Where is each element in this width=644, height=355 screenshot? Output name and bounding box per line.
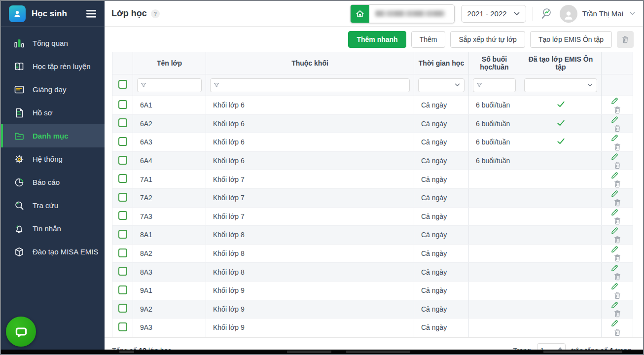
add-button[interactable]: Thêm	[411, 31, 446, 48]
delete-row-button[interactable]	[613, 272, 622, 281]
school-year-select[interactable]: 2021 - 2022	[461, 5, 526, 23]
row-checkbox[interactable]	[118, 118, 127, 127]
cell-emis-created	[520, 300, 602, 319]
filter-emis-select[interactable]	[524, 78, 597, 92]
table-row[interactable]: 9A3 Khối lớp 9 Cả ngày	[112, 319, 633, 337]
sidebar-item-giang-day[interactable]: Giảng dạy	[1, 78, 105, 101]
edit-row-button[interactable]	[610, 133, 619, 142]
table-row[interactable]: 7A1 Khối lớp 7 Cả ngày	[112, 170, 633, 189]
cell-class-name: 6A1	[133, 96, 206, 115]
table-row[interactable]: 6A4 Khối lớp 6 Cả ngày 6 buổi/tuần	[112, 151, 633, 170]
edit-row-button[interactable]	[610, 152, 619, 161]
edit-row-button[interactable]	[610, 245, 619, 253]
table-row[interactable]: 8A2 Khối lớp 8 Cả ngày	[112, 244, 633, 263]
row-checkbox[interactable]	[118, 230, 127, 239]
header-emis-created[interactable]: Đã tạo lớp EMIS Ôn tập	[520, 52, 602, 74]
sidebar-item-hoc-tap-ren-luyen[interactable]: Học tập rèn luyện	[1, 55, 105, 78]
pencil-icon	[610, 300, 619, 309]
user-menu-chevron-icon[interactable]	[630, 12, 635, 15]
edit-row-button[interactable]	[610, 189, 619, 198]
funnel-icon[interactable]	[214, 82, 219, 88]
row-checkbox[interactable]	[118, 285, 127, 294]
row-checkbox[interactable]	[118, 322, 127, 331]
row-checkbox[interactable]	[118, 248, 127, 257]
edit-row-button[interactable]	[610, 226, 619, 235]
delete-row-button[interactable]	[613, 124, 622, 133]
row-checkbox[interactable]	[118, 267, 127, 276]
table-row[interactable]: 8A1 Khối lớp 8 Cả ngày	[112, 226, 633, 245]
edit-row-button[interactable]	[610, 319, 619, 327]
header-study-time[interactable]: Thời gian học	[414, 52, 469, 74]
sidebar-item-tin-nhan[interactable]: Tin nhắn	[1, 217, 105, 240]
edit-row-button[interactable]	[610, 282, 619, 290]
table-row[interactable]: 6A3 Khối lớp 6 Cả ngày 6 buổi/tuần	[112, 133, 633, 152]
sidebar-item-bao-cao[interactable]: Báo cáo	[1, 171, 105, 194]
search-analytics-button[interactable]	[539, 7, 553, 21]
menu-toggle-icon[interactable]	[86, 9, 97, 18]
filter-grade-input[interactable]	[210, 78, 410, 92]
row-checkbox[interactable]	[118, 304, 127, 313]
sidebar-item-ho-so[interactable]: Hồ sơ	[1, 101, 105, 124]
row-checkbox[interactable]	[118, 156, 127, 165]
row-checkbox[interactable]	[118, 100, 127, 109]
chat-button[interactable]	[6, 317, 36, 347]
funnel-icon[interactable]	[141, 82, 146, 88]
table-row[interactable]: 9A2 Khối lớp 9 Cả ngày	[112, 300, 633, 319]
delete-row-button[interactable]	[613, 216, 622, 225]
emis-created-check-icon	[556, 137, 566, 146]
help-icon[interactable]: ?	[151, 9, 160, 18]
header-grade[interactable]: Thuộc khối	[206, 52, 414, 74]
header-class-name[interactable]: Tên lớp	[133, 52, 206, 74]
delete-row-button[interactable]	[613, 179, 622, 188]
quick-add-button[interactable]: Thêm nhanh	[348, 31, 406, 48]
edit-row-button[interactable]	[610, 115, 619, 124]
funnel-icon[interactable]	[476, 82, 482, 88]
delete-row-button[interactable]	[613, 328, 622, 337]
table-row[interactable]: 6A1 Khối lớp 6 Cả ngày 6 buổi/tuần	[112, 96, 633, 115]
sidebar-item-danh-muc[interactable]: Danh mục	[1, 124, 105, 147]
filter-study-time-select[interactable]	[418, 78, 465, 92]
school-selector[interactable]	[350, 4, 455, 23]
edit-row-button[interactable]	[610, 300, 619, 309]
row-checkbox[interactable]	[118, 211, 127, 220]
delete-row-button[interactable]	[613, 235, 622, 244]
trash-icon	[613, 216, 622, 225]
delete-row-button[interactable]	[613, 142, 622, 151]
row-checkbox[interactable]	[118, 137, 127, 146]
edit-row-button[interactable]	[610, 208, 619, 216]
sidebar-item-dao-tao-misa-emis[interactable]: Đào tạo MISA EMIS	[1, 240, 105, 263]
row-checkbox[interactable]	[118, 193, 127, 202]
cell-study-time: Cả ngày	[414, 300, 469, 319]
sort-order-button[interactable]: Sắp xếp thứ tự lớp	[450, 31, 525, 48]
create-emis-class-button[interactable]: Tạo lớp EMIS Ôn tập	[530, 31, 612, 48]
row-checkbox[interactable]	[118, 174, 127, 183]
select-all-checkbox[interactable]	[118, 80, 127, 89]
header-sessions-per-week[interactable]: Số buổi học/tuần	[469, 52, 520, 74]
sidebar-item-tra-cuu[interactable]: Tra cứu	[1, 194, 105, 217]
table-row[interactable]: 9A1 Khối lớp 9 Cả ngày	[112, 281, 633, 300]
delete-row-button[interactable]	[613, 309, 622, 318]
table-row[interactable]: 7A3 Khối lớp 7 Cả ngày	[112, 207, 633, 226]
table-row[interactable]: 7A2 Khối lớp 7 Cả ngày	[112, 188, 633, 207]
delete-row-button[interactable]	[613, 106, 622, 114]
home-button[interactable]	[351, 5, 369, 23]
bulk-delete-button[interactable]	[617, 31, 634, 48]
delete-row-button[interactable]	[613, 161, 622, 170]
edit-row-button[interactable]	[610, 96, 619, 105]
header-actions	[602, 52, 633, 74]
avatar[interactable]	[560, 5, 577, 23]
table-row[interactable]: 6A2 Khối lớp 6 Cả ngày 6 buổi/tuần	[112, 114, 633, 133]
sidebar-item-tong-quan[interactable]: Tổng quan	[1, 32, 105, 55]
sidebar-item-he-thong[interactable]: Hệ thống	[1, 147, 105, 171]
trash-icon	[613, 106, 622, 114]
filter-class-name-input[interactable]	[137, 78, 202, 92]
table-row[interactable]: 8A3 Khối lớp 8 Cả ngày	[112, 263, 633, 282]
edit-row-button[interactable]	[610, 263, 619, 272]
cell-grade: Khối lớp 6	[206, 114, 414, 133]
edit-row-button[interactable]	[610, 171, 619, 179]
delete-row-button[interactable]	[613, 198, 622, 207]
delete-row-button[interactable]	[613, 291, 622, 300]
delete-row-button[interactable]	[613, 253, 622, 262]
cube-icon	[13, 246, 25, 258]
user-name[interactable]: Trần Thị Mai	[582, 9, 623, 18]
